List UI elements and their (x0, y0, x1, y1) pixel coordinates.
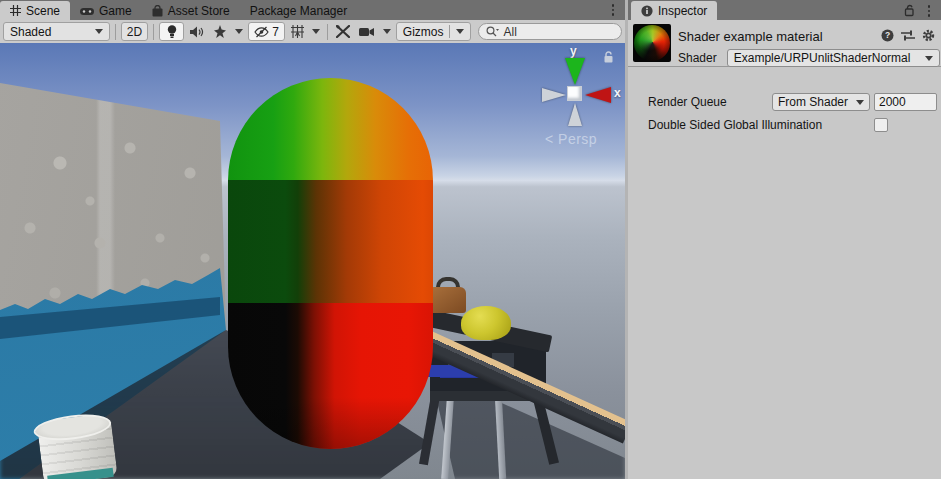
toolbar-separator (327, 24, 328, 40)
shopping-bag-icon (152, 5, 163, 17)
bench-leg (419, 395, 440, 465)
camera-settings-dropdown[interactable] (381, 22, 393, 41)
double-sided-gi-label: Double Sided Global Illumination (648, 118, 822, 132)
2d-label: 2D (127, 25, 142, 39)
speaker-icon (190, 26, 204, 38)
tab-package-manager-label: Package Manager (250, 4, 347, 18)
tab-game-label: Game (99, 4, 132, 18)
scene-viewport[interactable]: y x < Persp (0, 43, 625, 479)
chevron-down-icon (95, 29, 103, 34)
camera-icon (359, 27, 375, 37)
scene-effects-dropdown[interactable] (233, 22, 245, 41)
toolbar-separator (115, 24, 116, 40)
tab-game[interactable]: Game (70, 1, 142, 20)
render-queue-row: Render Queue From Shader (648, 95, 936, 109)
material-preview-sphere (634, 25, 670, 61)
search-icon (486, 26, 499, 37)
scene-toolbar: Shaded 2D 7 (0, 20, 625, 43)
material-name: Shader example material (678, 29, 823, 44)
chevron-down-icon (456, 29, 464, 34)
inspector-tabbar: Inspector (628, 0, 941, 20)
shader-label: Shader (678, 51, 717, 65)
chevron-down-icon (856, 100, 864, 105)
double-sided-gi-checkbox[interactable] (874, 118, 888, 132)
chevron-down-icon (235, 29, 243, 34)
unity-editor-window: Scene Game Asset Store Package Manager S… (0, 0, 941, 479)
material-preview-thumbnail[interactable] (633, 24, 671, 62)
component-tools-button[interactable] (333, 22, 353, 41)
x-axis-cone[interactable] (585, 87, 611, 103)
scene-audio-toggle[interactable] (187, 22, 207, 41)
more-options-icon[interactable] (607, 3, 619, 17)
inspector-panel: Inspector Shader example material ? Shad… (628, 0, 941, 479)
gear-icon[interactable] (922, 29, 935, 42)
render-queue-mode-dropdown[interactable]: From Shader (772, 93, 870, 111)
eye-slash-icon (254, 26, 269, 38)
grid-settings-dropdown[interactable] (310, 22, 322, 41)
power-tool (430, 287, 466, 313)
more-options-icon[interactable] (923, 4, 935, 18)
orientation-gizmo[interactable]: y x (527, 45, 625, 145)
unlock-icon[interactable] (603, 51, 614, 64)
help-icon[interactable]: ? (881, 29, 894, 42)
lock-icon[interactable] (904, 4, 915, 17)
render-queue-mode-value: From Shader (778, 95, 848, 109)
presets-icon[interactable] (901, 29, 915, 42)
render-queue-value-field[interactable] (874, 93, 937, 111)
tab-inspector[interactable]: Inspector (631, 1, 717, 20)
scene-panel: Scene Game Asset Store Package Manager S… (0, 0, 625, 479)
camera-settings-button[interactable] (356, 22, 378, 41)
lightbulb-icon (167, 25, 177, 39)
gizmos-label: Gizmos (403, 25, 444, 39)
2d-toggle-button[interactable]: 2D (121, 22, 148, 41)
chevron-down-icon (312, 29, 320, 34)
search-input[interactable] (503, 25, 603, 39)
render-queue-label: Render Queue (648, 95, 727, 109)
axis-x-label: x (614, 86, 621, 100)
tab-asset-store[interactable]: Asset Store (142, 1, 240, 20)
chevron-down-icon (925, 56, 933, 61)
effects-star-icon (213, 25, 227, 38)
crossed-tools-icon (336, 25, 350, 38)
grid-icon (10, 5, 21, 16)
tab-scene-label: Scene (26, 4, 60, 18)
neg-y-axis-cone[interactable] (568, 103, 582, 126)
y-axis-cone[interactable] (565, 58, 585, 85)
chevron-down-icon (383, 29, 391, 34)
scene-tabbar: Scene Game Asset Store Package Manager (0, 0, 625, 20)
grid-snap-icon (291, 25, 304, 38)
gamepad-icon (80, 6, 94, 16)
paint-bucket (32, 410, 121, 479)
tab-asset-store-label: Asset Store (168, 4, 230, 18)
capsule-shading (228, 78, 433, 449)
draw-mode-label: Shaded (10, 25, 51, 39)
projection-mode-label[interactable]: < Persp (545, 131, 597, 147)
gizmos-separator (449, 25, 450, 38)
tab-package-manager[interactable]: Package Manager (240, 1, 357, 20)
tab-inspector-label: Inspector (658, 4, 707, 18)
gizmos-dropdown[interactable]: Gizmos (396, 22, 472, 41)
tab-scene[interactable]: Scene (0, 1, 70, 20)
scene-visibility-toggle[interactable]: 7 (248, 22, 285, 41)
scene-search-box[interactable] (478, 23, 622, 40)
toolbar-separator (153, 24, 154, 40)
svg-text:?: ? (885, 30, 890, 40)
hidden-object-count: 7 (272, 25, 279, 39)
shader-dropdown-value: Example/URPUnlitShaderNormal (734, 51, 911, 65)
axis-y-label: y (570, 44, 577, 58)
gizmo-center-cube[interactable] (567, 86, 582, 101)
z-axis-cone[interactable] (542, 88, 566, 102)
material-header: Shader example material ? Shader Example… (628, 20, 941, 67)
draw-mode-dropdown[interactable]: Shaded (3, 22, 110, 41)
grid-visibility-toggle[interactable] (288, 22, 307, 41)
shader-dropdown[interactable]: Example/URPUnlitShaderNormal (727, 49, 940, 67)
scene-lighting-toggle[interactable] (159, 22, 184, 41)
double-sided-gi-row: Double Sided Global Illumination (648, 118, 936, 132)
scene-effects-toggle[interactable] (210, 22, 230, 41)
hard-hat (461, 306, 511, 340)
info-icon (641, 5, 653, 17)
capsule-normal-shader-object[interactable] (228, 78, 433, 449)
